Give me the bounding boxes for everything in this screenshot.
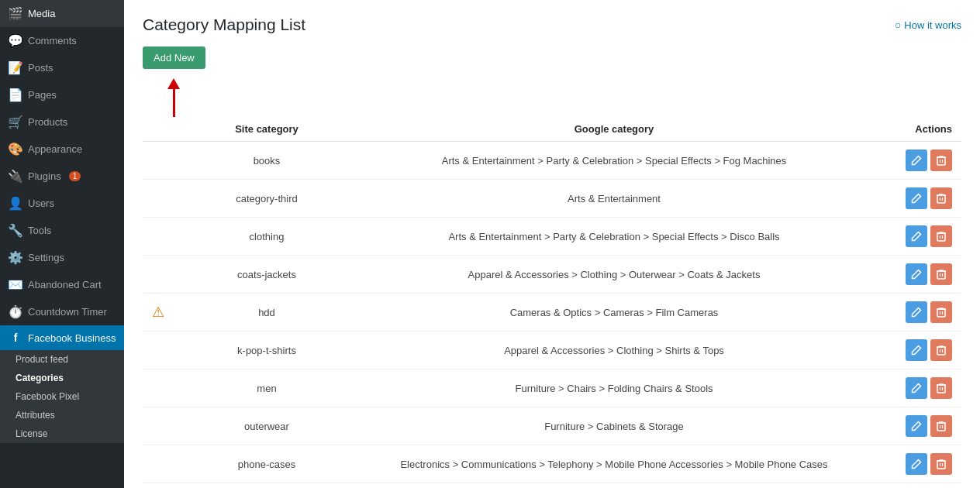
- warning-cell: [143, 256, 189, 294]
- sidebar-subitem-attributes[interactable]: Attributes: [0, 406, 124, 424]
- sidebar-item-pages[interactable]: 📄 Pages: [0, 81, 124, 108]
- media-icon: 🎬: [8, 6, 23, 21]
- table-row: category-thirdArts & Entertainment: [143, 180, 961, 218]
- sidebar-label-countdown: Countdown Timer: [28, 306, 107, 318]
- svg-rect-1: [937, 195, 945, 203]
- appearance-icon: 🎨: [8, 142, 23, 156]
- site-category-cell: outerwear: [189, 407, 344, 445]
- users-icon: 👤: [8, 196, 23, 211]
- google-category-cell: Apparel & Accessories > Clothing > Shirt…: [344, 332, 884, 369]
- table-row: k-pop-t-shirtsApparel & Accessories > Cl…: [143, 332, 961, 369]
- sidebar: 🎬 Media 💬 Comments 📝 Posts 📄 Pages 🛒 Pro…: [0, 0, 124, 488]
- sidebar-label-appearance: Appearance: [28, 143, 82, 155]
- table-row: clothingArts & Entertainment > Party & C…: [143, 218, 961, 256]
- table-row: coats-jacketsApparel & Accessories > Clo…: [143, 256, 961, 294]
- table-body: booksArts & Entertainment > Party & Cele…: [143, 142, 961, 483]
- abandoned-cart-icon: ✉️: [8, 277, 23, 292]
- warning-icon: ⚠: [152, 304, 164, 320]
- sidebar-label-abandoned-cart: Abandoned Cart: [28, 279, 102, 290]
- warning-cell: [143, 180, 189, 218]
- sidebar-item-tools[interactable]: 🔧 Tools: [0, 217, 124, 244]
- sidebar-label-tools: Tools: [28, 225, 51, 236]
- sidebar-item-posts[interactable]: 📝 Posts: [0, 54, 124, 81]
- actions-cell: [884, 256, 961, 294]
- categories-arrow-annotation: [120, 366, 124, 390]
- warning-cell: [143, 445, 189, 483]
- sidebar-item-settings[interactable]: ⚙️ Settings: [0, 244, 124, 271]
- sidebar-label-comments: Comments: [28, 35, 77, 46]
- site-category-cell: men: [189, 369, 344, 407]
- sidebar-label-users: Users: [28, 198, 54, 209]
- tools-icon: 🔧: [8, 223, 23, 238]
- edit-button[interactable]: [906, 149, 927, 171]
- delete-button[interactable]: [930, 453, 952, 475]
- edit-button[interactable]: [906, 377, 927, 399]
- page-title: Category Mapping List: [143, 15, 305, 34]
- products-icon: 🛒: [8, 115, 23, 129]
- sidebar-item-facebook-business[interactable]: f Facebook Business: [0, 325, 124, 350]
- edit-button[interactable]: [906, 263, 927, 285]
- how-it-works-link[interactable]: ○ How it works: [895, 19, 961, 31]
- edit-button[interactable]: [906, 225, 927, 247]
- google-category-cell: Cameras & Optics > Cameras > Film Camera…: [344, 294, 884, 332]
- delete-button[interactable]: [930, 263, 952, 285]
- edit-button[interactable]: [906, 187, 927, 209]
- comments-icon: 💬: [8, 33, 23, 48]
- sidebar-item-products[interactable]: 🛒 Products: [0, 108, 124, 136]
- actions-cell: [884, 218, 961, 256]
- sidebar-subitem-facebook-pixel[interactable]: Facebook Pixel: [0, 387, 124, 406]
- sidebar-item-countdown-timer[interactable]: ⏱️ Countdown Timer: [0, 298, 124, 325]
- google-category-cell: Arts & Entertainment > Party & Celebrati…: [344, 218, 884, 256]
- actions-cell: [884, 332, 961, 369]
- edit-button[interactable]: [906, 453, 927, 475]
- sidebar-subitem-product-feed[interactable]: Product feed: [0, 350, 124, 369]
- sidebar-item-plugins[interactable]: 🔌 Plugins 1: [0, 163, 124, 190]
- facebook-icon: f: [8, 332, 23, 344]
- col-site-category: Site category: [189, 117, 344, 142]
- delete-button[interactable]: [930, 149, 952, 171]
- table-row: outerwearFurniture > Cabinets & Storage: [143, 407, 961, 445]
- sidebar-item-media[interactable]: 🎬 Media: [0, 0, 124, 27]
- edit-button[interactable]: [906, 415, 927, 437]
- svg-rect-0: [937, 157, 945, 165]
- plugins-icon: 🔌: [8, 169, 23, 184]
- sidebar-item-users[interactable]: 👤 Users: [0, 190, 124, 217]
- posts-icon: 📝: [8, 60, 23, 75]
- add-new-container: Add New: [143, 46, 205, 78]
- col-actions: Actions: [884, 117, 961, 142]
- sidebar-subitem-license[interactable]: License: [0, 424, 124, 443]
- sidebar-item-appearance[interactable]: 🎨 Appearance: [0, 136, 124, 163]
- site-category-cell: coats-jackets: [189, 256, 344, 294]
- table-row: phone-casesElectronics > Communications …: [143, 445, 961, 483]
- delete-button[interactable]: [930, 339, 952, 361]
- edit-button[interactable]: [906, 339, 927, 361]
- svg-rect-5: [937, 347, 945, 355]
- warning-cell: ⚠: [143, 294, 189, 332]
- sidebar-label-plugins: Plugins: [28, 170, 61, 182]
- svg-rect-3: [937, 271, 945, 279]
- delete-button[interactable]: [930, 301, 952, 323]
- delete-button[interactable]: [930, 377, 952, 399]
- delete-button[interactable]: [930, 415, 952, 437]
- sidebar-subitem-categories[interactable]: Categories: [0, 369, 124, 387]
- site-category-cell: category-third: [189, 180, 344, 218]
- actions-cell: [884, 445, 961, 483]
- site-category-cell: phone-cases: [189, 445, 344, 483]
- info-icon: ○: [895, 19, 901, 31]
- add-new-button[interactable]: Add New: [143, 46, 205, 69]
- google-category-cell: Furniture > Chairs > Folding Chairs & St…: [344, 369, 884, 407]
- warning-cell: [143, 407, 189, 445]
- sidebar-label-facebook-business: Facebook Business: [28, 332, 116, 344]
- sidebar-label-settings: Settings: [28, 252, 64, 263]
- table-header: Site category Google category Actions: [143, 117, 961, 142]
- delete-button[interactable]: [930, 225, 952, 247]
- site-category-cell: clothing: [189, 218, 344, 256]
- google-category-cell: Apparel & Accessories > Clothing > Outer…: [344, 256, 884, 294]
- edit-button[interactable]: [906, 301, 927, 323]
- sidebar-item-abandoned-cart[interactable]: ✉️ Abandoned Cart: [0, 271, 124, 298]
- delete-button[interactable]: [930, 187, 952, 209]
- sidebar-item-comments[interactable]: 💬 Comments: [0, 27, 124, 54]
- google-category-cell: Arts & Entertainment > Party & Celebrati…: [344, 142, 884, 180]
- google-category-cell: Electronics > Communications > Telephony…: [344, 445, 884, 483]
- warning-cell: [143, 142, 189, 180]
